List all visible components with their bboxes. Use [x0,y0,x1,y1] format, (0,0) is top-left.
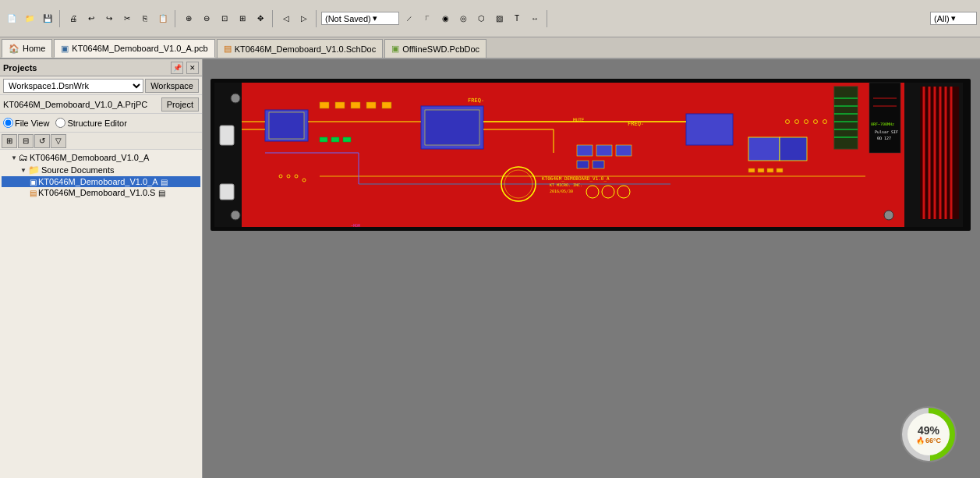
file-view-radio[interactable]: File View [3,118,49,128]
tree-root-item[interactable]: ▼ 🗂 KT0646M_Demoboard_V1.0_A [2,151,200,164]
project-row: KT0646M_Demoboard_V1.0_A.PrjPC Project [0,95,202,114]
svg-point-62 [795,120,799,124]
svg-rect-23 [351,102,360,108]
tree-root-label: KT0646M_Demoboard_V1.0_A [30,153,149,162]
zoom-fit-btn[interactable]: ⊡ [216,10,233,27]
sch-file-icon: ▤ [30,189,37,197]
route-tools: ⟋ ⟌ ◉ ◎ ⬡ ▨ T ↔ [401,10,547,27]
pan-btn[interactable]: ✥ [252,10,269,27]
home-icon: 🏠 [9,44,19,54]
tree-sch-file[interactable]: ▤ KT0646M_Demoboard_V1.0.S ▤ [2,187,200,198]
svg-text:MUTE: MUTE [573,117,585,122]
zoom-out-btn[interactable]: ⊖ [198,10,215,27]
route2-btn[interactable]: ⟌ [419,10,436,27]
svg-rect-75 [748,168,755,172]
svg-point-57 [279,175,282,178]
workspace-dropdown[interactable]: Workspace1.DsnWrk [3,79,143,93]
tab-pcb-label: KT0646M_Demoboard_V1.0_A.pcb [72,44,207,53]
expand-icon2: ▼ [20,167,27,174]
canvas-area[interactable]: KT0646M_DEMOBOARD_V1.0_A KT MICRO. INC. … [203,59,980,478]
svg-rect-25 [382,102,391,108]
structure-editor-label: Structure Editor [67,119,126,128]
svg-rect-22 [335,102,345,108]
svg-rect-24 [366,102,376,108]
fill-btn[interactable]: ▨ [490,10,508,27]
sidebar: Projects 📌 ✕ Workspace1.DsnWrk Workspace… [0,59,203,478]
tab-pcb[interactable]: ▣ KT0646M_Demoboard_V1.0_A.pcb [54,39,214,58]
svg-point-12 [231,94,240,103]
project-button[interactable]: Project [161,97,199,112]
new-btn[interactable]: 📄 [3,10,20,27]
text-btn[interactable]: T [508,10,525,27]
svg-text:0Ω 127: 0Ω 127 [877,136,891,140]
sidebar-pin-btn[interactable]: 📌 [171,62,183,74]
svg-rect-19 [425,110,479,145]
monitor-circle: 49% 🔥 66°C [900,406,957,462]
svg-point-60 [302,179,306,182]
system-monitor: 49% 🔥 66°C [900,406,957,462]
svg-point-58 [287,175,290,178]
back-btn[interactable]: ◁ [278,10,295,27]
not-saved-label: (Not Saved) [325,14,371,23]
sidebar-close-btn[interactable]: ✕ [186,62,199,74]
svg-text:KT MICRO. INC.: KT MICRO. INC. [550,182,582,187]
svg-text:2016/05/30: 2016/05/30 [550,189,573,193]
tree-filter-btn[interactable]: ▽ [51,134,66,148]
redo-btn[interactable]: ↪ [101,10,118,27]
tab-sch[interactable]: ▤ KT0646M_Demoboard_V1.0.SchDoc [217,39,384,58]
not-saved-dropdown[interactable]: (Not Saved) ▾ [321,12,399,25]
structure-editor-radio[interactable]: Structure Editor [55,118,126,128]
workspace-row: Workspace1.DsnWrk Workspace [0,76,202,95]
save-btn[interactable]: 💾 [39,10,56,27]
svg-point-64 [814,120,818,124]
via-btn[interactable]: ◎ [455,10,472,27]
svg-rect-79 [748,137,780,161]
projects-title: Projects [3,63,168,73]
comp-btn[interactable]: ⬡ [472,10,490,27]
tab-home-label: Home [23,44,45,53]
pcb-canvas[interactable]: KT0646M_DEMOBOARD_V1.0_A KT MICRO. INC. … [203,59,980,478]
pcb-file-label: KT0646M_Demoboard_V1.0_A [38,177,157,186]
copy-btn[interactable]: ⎘ [136,10,154,27]
tab-bar: 🏠 Home ▣ KT0646M_Demoboard_V1.0_A.pcb ▤ … [0,37,980,59]
tab-home[interactable]: 🏠 Home [2,39,52,58]
svg-rect-76 [758,168,764,172]
forward-btn[interactable]: ▷ [295,10,313,27]
paste-btn[interactable]: 📋 [154,10,172,27]
tab-offline[interactable]: ▣ OfflineSWD.PcbDoc [384,39,486,58]
tree-source-folder[interactable]: ▼ 📁 Source Documents [2,164,200,176]
view-tools: ⊕ ⊖ ⊡ ⊞ ✥ [180,10,273,27]
sch-icon: ▤ [224,44,232,54]
svg-rect-80 [780,137,807,161]
svg-rect-66 [220,126,234,145]
layer-dropdown[interactable]: (All) ▾ [930,12,977,25]
project-icon: 🗂 [19,152,28,163]
svg-rect-17 [269,112,304,139]
tree-expand-btn[interactable]: ⊞ [2,134,17,148]
open-btn[interactable]: 📁 [21,10,38,27]
monitor-inner: 49% 🔥 66°C [907,413,950,455]
zoom-in-btn[interactable]: ⊕ [180,10,197,27]
cut-btn[interactable]: ✂ [119,10,136,27]
file-tools: 📄 📁 💾 [3,10,60,27]
svg-point-40 [602,186,614,198]
tree-collapse-btn[interactable]: ⊟ [18,134,34,148]
tree-refresh-btn[interactable]: ↺ [34,134,50,148]
svg-rect-77 [767,168,773,172]
undo-btn[interactable]: ↩ [83,10,100,27]
print-btn[interactable]: 🖨 [65,10,82,27]
pcb-file-badge: ▤ [161,178,168,186]
route-btn[interactable]: ⟋ [401,10,418,27]
svg-point-41 [617,186,630,198]
all-layers-label: (All) [934,14,950,23]
cpu-percent: 49% [918,424,939,437]
workspace-button[interactable]: Workspace [145,79,199,93]
svg-point-39 [586,186,599,198]
svg-rect-84 [577,161,589,168]
zoom-area-btn[interactable]: ⊞ [234,10,251,27]
dim-btn[interactable]: ↔ [526,10,543,27]
tree-pcb-file[interactable]: ▣ KT0646M_Demoboard_V1.0_A ▤ [2,176,200,187]
svg-text:KT0646M_DEMOBOARD_V1.0_A: KT0646M_DEMOBOARD_V1.0_A [542,175,610,182]
tab-offline-label: OfflineSWD.PcbDoc [402,44,479,54]
pad-btn[interactable]: ◉ [437,10,454,27]
